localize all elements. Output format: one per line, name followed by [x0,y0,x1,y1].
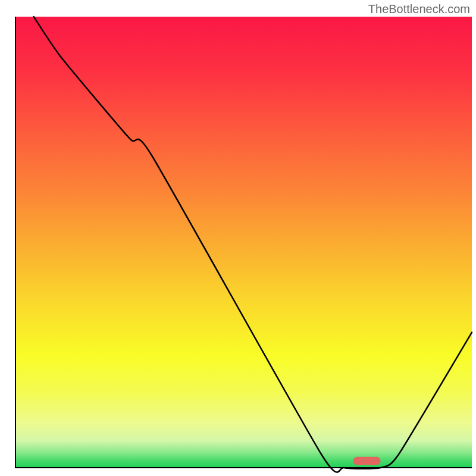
watermark-text: TheBottleneck.com [368,2,470,16]
bottleneck-chart [0,0,476,476]
chart-svg [0,0,476,476]
optimum-marker [353,457,381,465]
